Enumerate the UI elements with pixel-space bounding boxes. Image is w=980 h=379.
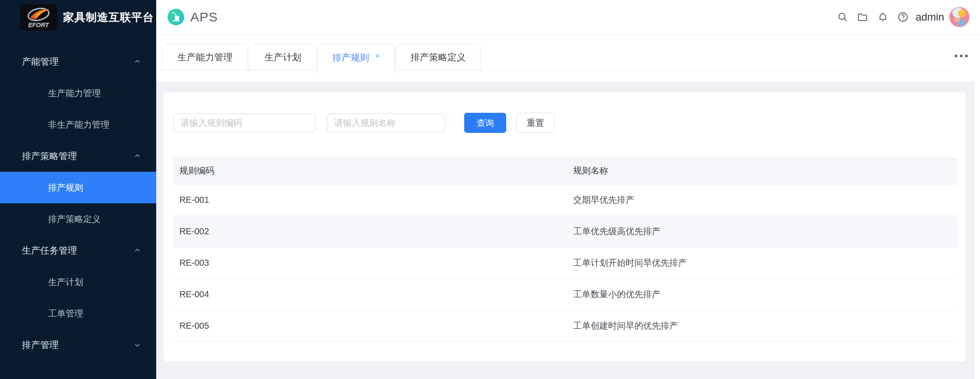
platform-title: 家具制造互联平台 xyxy=(63,10,154,24)
sidebar-item-work-order[interactable]: 工单管理 xyxy=(0,298,156,329)
sidebar: EFORT 家具制造互联平台 产能管理 生产能力管理 非生产能力管理 排产策略管… xyxy=(0,0,156,379)
tab-label: 排产规则 xyxy=(332,52,369,64)
sidebar-menu: 产能管理 生产能力管理 非生产能力管理 排产策略管理 排产规则 排产策略定义 生… xyxy=(0,46,156,361)
sidebar-item-nonproduction-capacity[interactable]: 非生产能力管理 xyxy=(0,109,156,140)
chevron-up-icon xyxy=(133,152,141,160)
chevron-up-icon xyxy=(133,247,141,254)
tab-label: 生产计划 xyxy=(265,51,301,63)
sidebar-item-label: 排产规则 xyxy=(48,182,83,194)
efort-logo-icon: EFORT xyxy=(21,6,56,29)
column-header-code: 规则编码 xyxy=(173,165,567,177)
sidebar-group-label: 产能管理 xyxy=(22,56,59,68)
sidebar-item-label: 生产计划 xyxy=(48,276,83,288)
sidebar-group-production-tasks[interactable]: 生产任务管理 xyxy=(0,235,156,266)
sidebar-group-scheduling-strategy[interactable]: 排产策略管理 xyxy=(0,140,156,172)
sidebar-item-strategy-definition[interactable]: 排产策略定义 xyxy=(0,203,156,235)
rule-name: 交期早优先排产 xyxy=(567,194,958,206)
chevron-up-icon xyxy=(133,58,141,66)
table-row[interactable]: RE-004 工单数量小的优先排产 xyxy=(173,279,958,310)
rule-code: RE-005 xyxy=(173,321,567,331)
more-tabs-icon[interactable] xyxy=(954,52,969,60)
sidebar-logo-row: EFORT 家具制造互联平台 xyxy=(0,0,156,35)
rule-code-input[interactable] xyxy=(173,114,315,132)
sidebar-group-label: 排产策略管理 xyxy=(22,150,77,162)
sidebar-item-label: 排产策略定义 xyxy=(48,213,101,225)
rules-table: 规则编码 规则名称 RE-001 交期早优先排产 RE-002 工单优先级高优先… xyxy=(173,157,958,342)
sidebar-item-label: 工单管理 xyxy=(48,308,83,320)
rule-name: 工单优先级高优先排产 xyxy=(567,226,958,237)
table-row[interactable]: RE-001 交期早优先排产 xyxy=(173,184,958,216)
rule-code: RE-001 xyxy=(173,195,567,205)
table-row[interactable]: RE-005 工单创建时间早的优先排产 xyxy=(173,310,958,342)
top-header: APS admin xyxy=(156,0,980,35)
table-row[interactable]: RE-003 工单计划开始时间早优先排产 xyxy=(173,247,958,279)
tab-strategy-definition[interactable]: 排产策略定义 xyxy=(396,44,480,70)
efort-logo: EFORT xyxy=(20,4,57,31)
tab-production-capacity[interactable]: 生产能力管理 xyxy=(162,44,248,70)
sidebar-item-scheduling-rules[interactable]: 排产规则 xyxy=(0,172,156,203)
search-button[interactable]: 查询 xyxy=(464,113,506,133)
tab-strip: 生产能力管理 生产计划 排产规则 × 排产策略定义 xyxy=(156,35,980,81)
search-icon[interactable] xyxy=(833,7,853,27)
tab-production-plan[interactable]: 生产计划 xyxy=(249,44,316,70)
rule-code: RE-002 xyxy=(173,226,567,236)
sidebar-item-label: 非生产能力管理 xyxy=(48,119,109,131)
sidebar-group-scheduling-management[interactable]: 排产管理 xyxy=(0,329,156,361)
sidebar-item-production-capacity[interactable]: 生产能力管理 xyxy=(0,77,156,109)
aps-logo xyxy=(168,9,184,25)
sidebar-item-label: 生产能力管理 xyxy=(48,87,101,99)
content-card: 查询 重置 规则编码 规则名称 RE-001 交期早优先排产 RE-002 工单… xyxy=(164,92,966,361)
tab-label: 排产策略定义 xyxy=(411,51,466,63)
rule-name: 工单创建时间早的优先排产 xyxy=(567,320,958,332)
username[interactable]: admin xyxy=(916,11,944,23)
help-icon[interactable] xyxy=(893,7,913,27)
avatar[interactable] xyxy=(949,7,970,27)
bell-icon[interactable] xyxy=(873,7,893,27)
sidebar-group-capacity[interactable]: 产能管理 xyxy=(0,46,156,77)
rule-code: RE-003 xyxy=(173,258,567,268)
sidebar-group-label: 生产任务管理 xyxy=(22,244,77,257)
sidebar-item-production-plan[interactable]: 生产计划 xyxy=(0,266,156,298)
table-row[interactable]: RE-002 工单优先级高优先排产 xyxy=(173,216,958,247)
tab-scheduling-rules[interactable]: 排产规则 × xyxy=(318,44,395,76)
rule-code: RE-004 xyxy=(173,289,567,299)
column-header-name: 规则名称 xyxy=(567,165,958,177)
chevron-down-icon xyxy=(133,341,141,349)
factory-icon xyxy=(170,11,182,23)
reset-button[interactable]: 重置 xyxy=(516,113,555,133)
rule-name-input[interactable] xyxy=(327,114,445,132)
sidebar-group-label: 排产管理 xyxy=(22,339,59,351)
table-header-row: 规则编码 规则名称 xyxy=(173,157,958,184)
svg-text:EFORT: EFORT xyxy=(28,21,49,28)
scrollbar-gutter[interactable] xyxy=(974,81,980,379)
rule-name: 工单数量小的优先排产 xyxy=(567,289,958,300)
tab-label: 生产能力管理 xyxy=(178,51,233,63)
main-content: 查询 重置 规则编码 规则名称 RE-001 交期早优先排产 RE-002 工单… xyxy=(156,81,980,379)
rule-name: 工单计划开始时间早优先排产 xyxy=(567,257,958,269)
close-tab-icon[interactable]: × xyxy=(375,52,380,60)
app-title: APS xyxy=(190,10,218,24)
folder-icon[interactable] xyxy=(853,7,873,27)
